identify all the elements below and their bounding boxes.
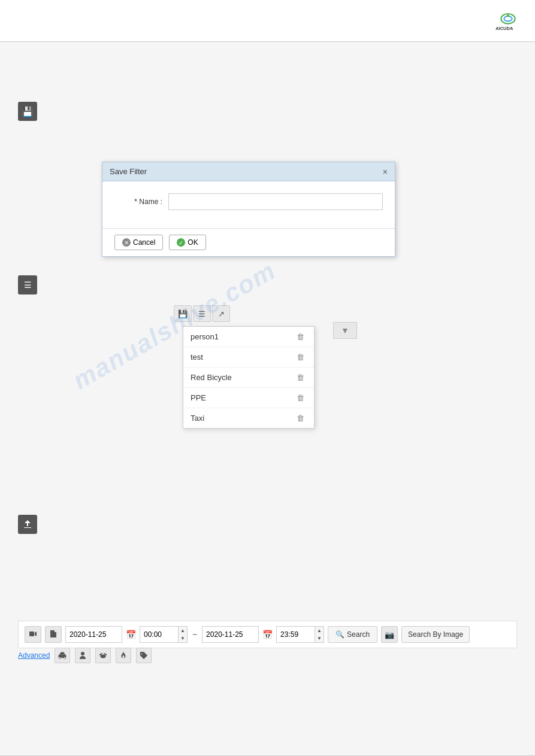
filter-dropdown-arrow[interactable]: ▼ (333, 322, 357, 339)
filter-list-dropdown: person1 🗑 test 🗑 Red Bicycle 🗑 PPE 🗑 Tax… (183, 326, 315, 429)
delete-filter-icon[interactable]: 🗑 (294, 392, 307, 403)
tag-icon (140, 651, 148, 660)
tag-filter-button[interactable] (136, 648, 152, 663)
search-by-camera-button[interactable]: 📷 (381, 626, 398, 643)
animal-icon (98, 652, 108, 659)
svg-point-9 (81, 652, 84, 655)
filter-item-name: PPE (191, 393, 206, 402)
save-filter-dialog: Save Filter × * Name : ✕ Cancel ✓ OK (102, 162, 395, 257)
filter-item-name: Red Bicycle (191, 373, 232, 382)
chevron-down-icon: ▼ (341, 326, 349, 335)
header: AICUDA (0, 0, 535, 42)
dialog-close-button[interactable]: × (383, 168, 388, 176)
search-icon: 🔍 (335, 630, 344, 639)
toolbar-save-button[interactable]: 💾 (174, 305, 192, 322)
filter-toolbar: 💾 ☰ ↗ (174, 305, 230, 322)
animal-filter-button[interactable] (95, 648, 111, 663)
delete-filter-icon[interactable]: 🗑 (294, 412, 307, 424)
vehicle-filter-button[interactable] (55, 648, 70, 663)
save-icon: 💾 (22, 106, 34, 117)
date-range-separator: ~ (191, 630, 198, 639)
toolbar-list-button[interactable]: ☰ (193, 305, 211, 322)
ok-icon: ✓ (177, 238, 185, 247)
filter-item-ppe[interactable]: PPE 🗑 (183, 388, 314, 408)
start-time-wrap: ▲ ▼ (140, 626, 188, 643)
end-time-down[interactable]: ▼ (315, 634, 324, 642)
list-icon: ☰ (24, 280, 32, 290)
car-icon (58, 652, 67, 659)
end-time-input[interactable] (276, 626, 315, 643)
toolbar-export-icon: ↗ (218, 309, 225, 318)
start-time-input[interactable] (140, 626, 179, 643)
svg-text:AICUDA: AICUDA (495, 25, 513, 31)
save-filter-icon-button[interactable]: 💾 (18, 102, 37, 121)
filter-item-taxi[interactable]: Taxi 🗑 (183, 408, 314, 428)
svg-point-10 (101, 655, 106, 658)
toolbar-save-icon: 💾 (178, 309, 188, 318)
filter-item-name: Taxi (191, 414, 204, 423)
video-type-button[interactable] (25, 626, 41, 643)
cancel-label: Cancel (133, 238, 155, 247)
start-calendar-icon[interactable]: 📅 (126, 630, 136, 639)
dialog-footer: ✕ Cancel ✓ OK (102, 228, 395, 256)
end-time-wrap: ▲ ▼ (276, 626, 324, 643)
delete-filter-icon[interactable]: 🗑 (294, 351, 307, 363)
toolbar-export-button[interactable]: ↗ (212, 305, 230, 322)
file-type-button[interactable] (45, 626, 62, 643)
svg-marker-5 (35, 631, 37, 636)
svg-point-8 (64, 657, 66, 658)
end-time-spinner[interactable]: ▲ ▼ (315, 626, 324, 643)
end-date-input[interactable] (202, 626, 259, 643)
dialog-title-bar: Save Filter × (102, 162, 395, 181)
start-time-down[interactable]: ▼ (179, 634, 187, 642)
main-content: 💾 Save Filter × * Name : ✕ Cancel ✓ OK ☰ (0, 42, 535, 756)
search-bar: 📅 ▲ ▼ ~ 📅 ▲ ▼ 🔍 Search (18, 621, 517, 648)
svg-point-13 (101, 653, 102, 654)
person-icon (79, 651, 86, 660)
dialog-name-label: * Name : (114, 198, 162, 206)
start-date-input[interactable] (65, 626, 122, 643)
video-icon (29, 630, 37, 640)
delete-filter-icon[interactable]: 🗑 (294, 331, 307, 342)
end-calendar-icon[interactable]: 📅 (262, 630, 273, 639)
svg-point-1 (504, 16, 512, 21)
advanced-row: Advanced (18, 648, 152, 663)
file-icon (50, 630, 57, 640)
dialog-title: Save Filter (110, 167, 147, 176)
start-time-up[interactable]: ▲ (179, 627, 187, 634)
search-label: Search (347, 630, 370, 639)
dialog-name-input[interactable] (168, 193, 383, 210)
toolbar-list-icon: ☰ (198, 309, 205, 318)
dialog-body: * Name : (102, 181, 395, 228)
export-icon (23, 520, 32, 529)
fire-filter-button[interactable] (116, 648, 131, 663)
fire-icon (120, 651, 126, 660)
aicuda-logo: AICUDA (493, 9, 523, 33)
cancel-icon: ✕ (122, 238, 131, 247)
dialog-name-field: * Name : (114, 193, 383, 210)
svg-point-7 (59, 657, 61, 658)
svg-point-12 (105, 654, 107, 655)
ok-label: OK (188, 238, 198, 247)
search-button[interactable]: 🔍 Search (328, 626, 377, 643)
end-time-up[interactable]: ▲ (315, 627, 324, 634)
delete-filter-icon[interactable]: 🗑 (294, 372, 307, 383)
advanced-link[interactable]: Advanced (18, 651, 50, 660)
dialog-ok-button[interactable]: ✓ OK (169, 235, 205, 250)
filter-item-red-bicycle[interactable]: Red Bicycle 🗑 (183, 368, 314, 388)
camera-icon: 📷 (385, 630, 394, 639)
export-icon-button[interactable] (18, 515, 37, 534)
person-filter-button[interactable] (75, 648, 90, 663)
filter-item-name: person1 (191, 332, 219, 341)
svg-point-14 (104, 653, 105, 654)
dialog-cancel-button[interactable]: ✕ Cancel (114, 235, 163, 250)
filter-item-test[interactable]: test 🗑 (183, 347, 314, 368)
svg-point-11 (99, 654, 101, 655)
start-time-spinner[interactable]: ▲ ▼ (178, 626, 188, 643)
load-filter-icon-button[interactable]: ☰ (18, 275, 37, 294)
filter-item-name: test (191, 353, 203, 362)
filter-item-person1[interactable]: person1 🗑 (183, 327, 314, 347)
svg-rect-4 (29, 631, 34, 636)
search-by-image-button[interactable]: Search By Image (401, 626, 470, 643)
